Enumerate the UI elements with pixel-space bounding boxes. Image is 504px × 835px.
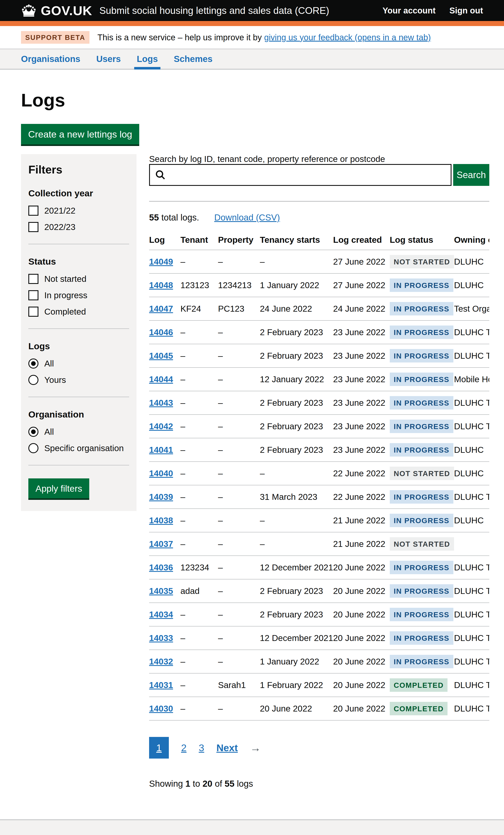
checkbox-not-started[interactable]: Not started bbox=[28, 274, 129, 284]
log-id-link[interactable]: 14035 bbox=[149, 586, 173, 596]
owning-org-cell: DLUHC Test bbox=[454, 579, 489, 603]
nav-item-users[interactable]: Users bbox=[96, 49, 121, 69]
tenancy-starts-cell: 2 February 2023 bbox=[260, 391, 333, 414]
checkbox-2021-22[interactable]: 2021/22 bbox=[28, 206, 129, 216]
log-status-cell: IN PROGRESS bbox=[390, 485, 454, 509]
summary-text: Showing bbox=[149, 779, 185, 789]
log-id-link[interactable]: 14039 bbox=[149, 492, 173, 502]
log-id-link[interactable]: 14041 bbox=[149, 445, 173, 455]
checkbox-box[interactable] bbox=[28, 222, 38, 232]
checkbox-completed[interactable]: Completed bbox=[28, 307, 129, 317]
radio-button[interactable] bbox=[28, 443, 38, 453]
property-cell: – bbox=[218, 321, 260, 344]
tenant-cell: – bbox=[180, 321, 218, 344]
nav-link-logs[interactable]: Logs bbox=[137, 54, 158, 64]
pagination-next-link[interactable]: Next bbox=[216, 742, 238, 754]
filter-group-collection-year: Collection year 2021/22 2022/23 bbox=[28, 188, 129, 232]
checkbox-box[interactable] bbox=[28, 290, 38, 300]
your-account-link[interactable]: Your account bbox=[382, 6, 436, 15]
log-id-link[interactable]: 14033 bbox=[149, 633, 173, 643]
radio-logs-all[interactable]: All bbox=[28, 359, 129, 369]
checkbox-box[interactable] bbox=[28, 274, 38, 284]
owning-org-cell: DLUHC bbox=[454, 438, 489, 462]
pagination-current-page[interactable]: 1 bbox=[149, 737, 169, 758]
log-id-link[interactable]: 14047 bbox=[149, 304, 173, 313]
feedback-link[interactable]: giving us your feedback (opens in a new … bbox=[264, 33, 431, 42]
footer: Get help with this service Online helpde… bbox=[0, 819, 504, 835]
radio-button[interactable] bbox=[28, 375, 38, 385]
log-id-link[interactable]: 14045 bbox=[149, 351, 173, 361]
log-status-cell: IN PROGRESS bbox=[390, 273, 454, 297]
sign-out-link[interactable]: Sign out bbox=[449, 6, 483, 15]
owning-org-cell: DLUHC Test bbox=[454, 556, 489, 579]
table-row: 14033 – – 12 December 2021 20 June 2022 … bbox=[149, 626, 489, 650]
service-name[interactable]: Submit social housing lettings and sales… bbox=[99, 5, 329, 16]
log-id-link[interactable]: 14049 bbox=[149, 257, 173, 266]
radio-button[interactable] bbox=[28, 427, 38, 437]
column-header-log-status: Log status bbox=[390, 230, 454, 250]
search-button[interactable]: Search bbox=[453, 164, 489, 186]
tenant-cell: – bbox=[180, 603, 218, 626]
nav-item-schemes[interactable]: Schemes bbox=[174, 49, 213, 69]
checkbox-label: 2022/23 bbox=[44, 222, 75, 232]
filters-title: Filters bbox=[28, 163, 129, 176]
log-id-link[interactable]: 14046 bbox=[149, 327, 173, 337]
log-id-link[interactable]: 14030 bbox=[149, 704, 173, 713]
tenancy-starts-cell: 12 December 2021 bbox=[260, 626, 333, 650]
nav-link-schemes[interactable]: Schemes bbox=[174, 54, 213, 64]
tenant-cell: – bbox=[180, 485, 218, 509]
organisation-filter-label: Organisation bbox=[28, 409, 129, 420]
checkbox-box[interactable] bbox=[28, 206, 38, 216]
checkbox-2022-23[interactable]: 2022/23 bbox=[28, 222, 129, 232]
log-id-cell: 14030 bbox=[149, 697, 180, 720]
log-id-link[interactable]: 14034 bbox=[149, 610, 173, 619]
log-id-link[interactable]: 14044 bbox=[149, 374, 173, 384]
radio-logs-yours[interactable]: Yours bbox=[28, 375, 129, 385]
support-beta-tag: SUPPORT BETA bbox=[21, 31, 89, 44]
log-status-cell: IN PROGRESS bbox=[390, 603, 454, 626]
status-badge: IN PROGRESS bbox=[390, 490, 453, 504]
create-lettings-log-button[interactable]: Create a new lettings log bbox=[21, 124, 139, 144]
radio-specific-organisation[interactable]: Specific organisation bbox=[28, 443, 129, 453]
status-badge: IN PROGRESS bbox=[390, 584, 453, 598]
tenant-cell: – bbox=[180, 650, 218, 673]
nav-item-logs[interactable]: Logs bbox=[137, 49, 158, 69]
tenancy-starts-cell: 2 February 2023 bbox=[260, 438, 333, 462]
log-id-link[interactable]: 14036 bbox=[149, 563, 173, 572]
log-id-link[interactable]: 14040 bbox=[149, 469, 173, 478]
pagination-page-2[interactable]: 2 bbox=[181, 742, 186, 754]
collection-year-label: Collection year bbox=[28, 188, 129, 199]
nav-link-organisations[interactable]: Organisations bbox=[21, 54, 80, 64]
checkbox-box[interactable] bbox=[28, 307, 38, 317]
search-input[interactable] bbox=[149, 164, 451, 186]
table-header-row: Log Tenant Property Tenancy starts Log c… bbox=[149, 230, 489, 250]
property-cell: – bbox=[218, 603, 260, 626]
log-status-cell: COMPLETED bbox=[390, 697, 454, 720]
log-status-cell: IN PROGRESS bbox=[390, 344, 454, 368]
log-id-link[interactable]: 14038 bbox=[149, 515, 173, 525]
download-csv-link[interactable]: Download (CSV) bbox=[214, 212, 280, 223]
apply-filters-button[interactable]: Apply filters bbox=[28, 478, 89, 498]
tenant-cell: – bbox=[180, 532, 218, 556]
log-id-cell: 14036 bbox=[149, 556, 180, 579]
checkbox-in-progress[interactable]: In progress bbox=[28, 290, 129, 300]
pagination-page-3[interactable]: 3 bbox=[199, 742, 204, 754]
nav-item-organisations[interactable]: Organisations bbox=[21, 49, 80, 69]
results-divider bbox=[149, 201, 489, 202]
tenancy-starts-cell: 31 March 2023 bbox=[260, 485, 333, 509]
status-label: Status bbox=[28, 257, 129, 267]
log-id-cell: 14035 bbox=[149, 579, 180, 603]
tenant-cell: – bbox=[180, 697, 218, 720]
radio-organisation-all[interactable]: All bbox=[28, 427, 129, 437]
log-id-link[interactable]: 14048 bbox=[149, 280, 173, 290]
status-badge: IN PROGRESS bbox=[390, 561, 453, 574]
radio-button[interactable] bbox=[28, 359, 38, 369]
log-id-link[interactable]: 14031 bbox=[149, 680, 173, 690]
log-id-link[interactable]: 14037 bbox=[149, 539, 173, 549]
govuk-logo[interactable]: GOV.UK bbox=[21, 3, 92, 18]
log-id-link[interactable]: 14042 bbox=[149, 422, 173, 431]
log-id-link[interactable]: 14032 bbox=[149, 657, 173, 666]
table-row: 14048 123123 1234213 1 January 2022 27 J… bbox=[149, 273, 489, 297]
nav-link-users[interactable]: Users bbox=[96, 54, 121, 64]
log-id-link[interactable]: 14043 bbox=[149, 398, 173, 408]
